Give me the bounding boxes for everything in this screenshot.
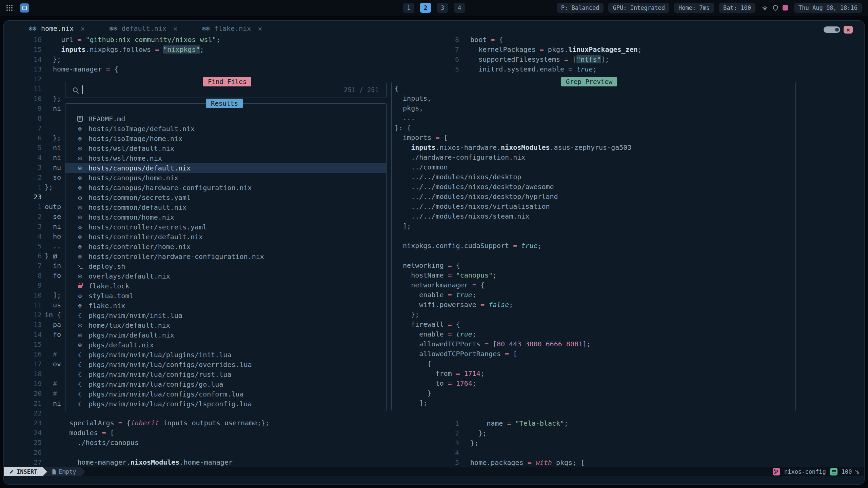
window-toggle-button[interactable] [824,26,840,33]
code-line[interactable]: 24 modules = [ [4,428,406,438]
tab-default.nix[interactable]: ❄default.nix [109,24,178,33]
result-item[interactable]: hosts/controller/default.nix [65,232,386,242]
result-item[interactable]: pkgs/nvim/nvim/lua/configs/conform.lua [65,389,386,399]
tab-home.nix[interactable]: ❄home.nix [29,24,85,33]
code-line[interactable]: 7 kernelPackages = pkgs.linuxPackages_ze… [424,45,862,55]
workspace-button-4[interactable]: 4 [454,3,465,13]
topbar-right: P: BalancedGPU: IntegratedHome: 7msBat: … [557,3,862,13]
code-line[interactable]: 4 [424,448,862,458]
line-text: specialArgs = {inherit inputs outputs us… [45,418,269,428]
result-item[interactable]: pkgs/nvim/default.nix [65,330,386,340]
line-text: ni [45,222,61,231]
color-swatch-icon[interactable] [783,5,788,11]
code-line[interactable]: 1 name = "Tela-black"; [424,419,862,428]
result-item[interactable]: hosts/common/secrets.yaml [65,192,386,202]
result-item[interactable]: hosts/canopus/hardware-configuration.nix [65,183,386,192]
result-item[interactable]: pkgs/nvim/nvim/lua/configs/rust.lua [65,369,386,379]
result-item[interactable]: hosts/controller/hardware-configuration.… [65,251,386,261]
result-item[interactable]: stylua.toml [65,291,386,301]
preview-line: ... [395,114,795,124]
line-number: 22 [4,408,42,418]
preview-line: ../../modules/nixos/desktop/awesome [395,183,795,192]
result-item[interactable]: pkgs/nvim/nvim/init.lua [65,310,386,320]
tab-flake.nix[interactable]: ❄flake.nix [202,24,262,33]
tab-close-icon[interactable] [258,24,262,33]
pencil-icon [9,469,14,474]
window-app-icon[interactable] [20,3,29,13]
preview-line: hostName = "canopus"; [395,271,795,281]
line-number: 26 [4,448,42,458]
shield-icon[interactable] [773,5,778,11]
line-number: 18 [4,369,42,379]
line-text: initrd.systemd.enable = true; [462,64,597,74]
result-item[interactable]: pkgs/nvim/nvim/lua/plugins/init.lua [65,350,386,360]
code-line[interactable]: 8 boot = { [424,35,862,45]
line-number: 9 [4,281,42,290]
result-path: pkgs/default.nix [88,341,154,349]
workspace-button-3[interactable]: 3 [437,3,448,13]
result-item[interactable]: pkgs/default.nix [65,340,386,350]
result-item[interactable]: hosts/wsl/default.nix [65,143,386,153]
git-repo-icon [773,468,780,475]
result-item[interactable]: hosts/controller/secrets.yaml [65,222,386,232]
result-item[interactable]: hosts/wsl/home.nix [65,153,386,163]
result-item[interactable]: hosts/common/default.nix [65,202,386,212]
code-line[interactable]: 16 url = "github:nix-community/nixos-wsl… [4,35,406,45]
buffer-label: Empty [59,468,76,475]
line-number: 8 [4,271,42,281]
code-line[interactable]: 3 }; [424,438,862,448]
result-item[interactable]: hosts/common/home.nix [65,212,386,222]
repo-name: nixos-config [784,468,826,475]
line-text: boot = { [462,35,503,45]
preview-line: imports = [ [395,134,795,143]
app-launcher-icon[interactable] [6,4,13,12]
result-item[interactable]: home/tux/default.nix [65,320,386,330]
wifi-icon[interactable] [762,5,768,11]
code-line[interactable]: 26 [4,448,406,458]
code-line[interactable]: 5 initrd.systemd.enable = true; [424,64,862,74]
result-path: hosts/wsl/default.nix [88,144,174,152]
preview-line: from = 1714; [395,369,795,379]
tab-close-icon[interactable] [80,24,85,33]
result-item[interactable]: pkgs/nvim/nvim/lua/configs/lspconfig.lua [65,399,386,409]
code-line[interactable]: 2 }; [424,428,862,438]
workspace-button-1[interactable]: 1 [403,3,414,13]
workspace-button-2[interactable]: 2 [420,3,431,13]
window-close-button[interactable] [844,26,853,34]
topbar-left [6,3,29,13]
result-item[interactable]: hosts/canopus/default.nix [65,163,386,173]
code-right-bottom[interactable]: 1 name = "Tela-black";2 };3 };45 home.pa… [424,419,862,468]
line-number: 3 [424,438,459,448]
result-item[interactable]: flake.lock [65,281,386,291]
result-item[interactable]: hosts/isoImage/default.nix [65,124,386,134]
result-item[interactable]: overlays/default.nix [65,271,386,281]
line-text: in [45,261,61,271]
line-text: modules = [ [45,428,114,438]
result-item[interactable]: deploy.sh [65,261,386,271]
line-text: ]; [45,290,61,300]
result-item[interactable]: README.md [65,114,386,124]
result-item[interactable]: pkgs/nvim/nvim/lua/configs/go.lua [65,379,386,389]
result-item[interactable]: hosts/controller/home.nix [65,242,386,251]
line-number: 15 [4,340,42,349]
result-item[interactable]: hosts/isoImage/home.nix [65,134,386,143]
file-icon [52,469,56,474]
code-line[interactable]: 25 ./hosts/canopus [4,438,406,448]
nix-file-icon [76,173,84,183]
code-line[interactable]: 27 home-manager.nixosModules.home-manage… [4,458,406,467]
code-line[interactable]: 13 home-manager = { [4,64,406,74]
code-right-top[interactable]: 8 boot = {7 kernelPackages = pkgs.linuxP… [424,35,862,74]
code-line[interactable]: 23 specialArgs = {inherit inputs outputs… [4,418,406,428]
line-number: 11 [4,84,42,94]
line-number: 25 [4,438,42,448]
code-line[interactable]: 5 home.packages = with pkgs; [ [424,458,862,468]
result-item[interactable]: pkgs/nvim/nvim/lua/configs/overrides.lua [65,360,386,369]
result-item[interactable]: flake.nix [65,301,386,310]
preview-line: ./hardware-configuration.nix [395,153,795,163]
tab-close-icon[interactable] [173,24,178,33]
nix-file-icon [76,202,84,212]
code-line[interactable]: 6 supportedFilesystems = ["ntfs"]; [424,55,862,64]
code-line[interactable]: 15 inputs.nixpkgs.follows = "nixpkgs"; [4,45,406,55]
code-line[interactable]: 14 }; [4,55,406,64]
result-item[interactable]: hosts/canopus/home.nix [65,173,386,183]
